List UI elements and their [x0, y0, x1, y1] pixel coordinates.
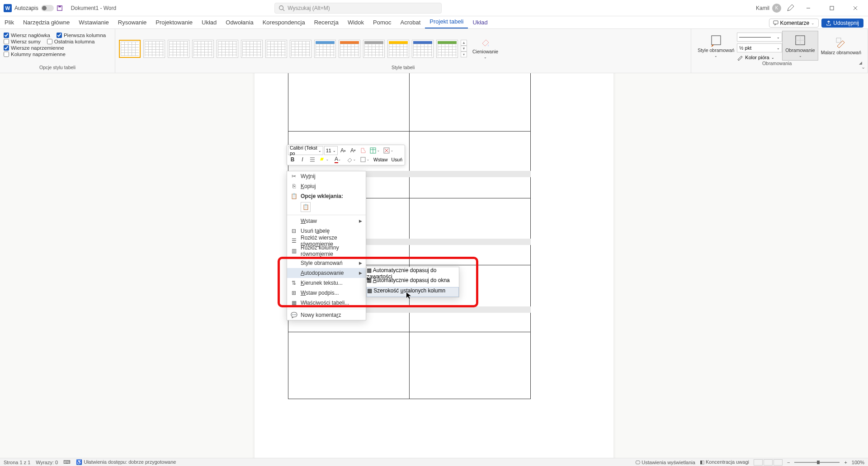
tab-recenzja[interactable]: Recenzja [310, 17, 343, 28]
banded-rows-checkbox[interactable]: Wiersze naprzemienne [4, 45, 64, 51]
user-account[interactable]: Kamil K [756, 4, 781, 13]
close-button[interactable] [846, 0, 864, 16]
font-color-button[interactable]: A⌄ [331, 155, 344, 164]
share-button[interactable]: Udostępnij [821, 19, 863, 28]
zoom-slider[interactable] [794, 462, 840, 463]
table-style-thumb[interactable] [387, 40, 409, 58]
border-painter-button[interactable]: Malarz obramowań [818, 31, 864, 61]
tab-projekt-tabeli[interactable]: Projekt tabeli [425, 16, 468, 28]
cm-distribute-cols[interactable]: ▥ Rozłóż kolumny równomiernie [287, 246, 366, 256]
bold-button[interactable]: B [288, 155, 297, 164]
first-column-checkbox[interactable]: Pierwsza kolumna [57, 33, 106, 38]
cm-border-styles[interactable]: Style obramowań ▶ [287, 258, 366, 268]
table-style-thumb[interactable] [241, 40, 263, 58]
table-style-thumb[interactable] [412, 40, 434, 58]
view-print-layout[interactable] [764, 459, 773, 466]
delete-mini-button[interactable]: Usuń [390, 157, 404, 162]
cm-autofit[interactable]: Autodopasowanie ▶ [287, 268, 366, 278]
header-row-checkbox[interactable]: Wiersz nagłówka [4, 33, 50, 38]
focus-mode-button[interactable]: ◧ Koncentracja uwagi [700, 459, 749, 465]
table-style-thumb[interactable] [217, 40, 238, 58]
view-web-layout[interactable] [774, 459, 783, 466]
status-page[interactable]: Strona 1 z 1 [4, 460, 30, 465]
insert-mini-button[interactable]: Wstaw [372, 157, 389, 162]
table-delete-icon[interactable]: ⌄ [382, 146, 395, 155]
scissors-icon: ✂ [291, 173, 297, 179]
gallery-scroll[interactable]: ▲▼▾ [461, 40, 467, 57]
autosave-toggle[interactable] [41, 5, 54, 11]
shading-button[interactable]: Cieniowanie ⌄ [470, 36, 501, 61]
tab-odwolania[interactable]: Odwołania [221, 17, 258, 28]
table-style-thumb[interactable] [363, 40, 385, 58]
decrease-font-icon[interactable]: A▾ [349, 146, 358, 155]
tab-korespondencja[interactable]: Korespondencja [258, 17, 310, 28]
status-words[interactable]: Wyrazy: 0 [36, 460, 58, 465]
table-style-thumb[interactable] [265, 40, 287, 58]
cm-copy[interactable]: ⎘ Kopiuj [287, 181, 366, 191]
total-row-checkbox[interactable]: Wiersz sumy [4, 39, 41, 44]
tab-pomoc[interactable]: Pomoc [368, 17, 396, 28]
cm-table-properties[interactable]: ▦ Właściwości tabeli... [287, 298, 366, 308]
borders-button[interactable]: Obramowanie ⌄ [782, 31, 818, 61]
tab-uklad-tabeli[interactable]: Układ [468, 17, 492, 28]
cm-paste-option[interactable]: 📋 [287, 201, 366, 214]
table-style-thumb[interactable] [192, 40, 214, 58]
tab-wstawianie[interactable]: Wstawianie [74, 17, 113, 28]
highlight-button[interactable]: ⌄ [318, 155, 330, 164]
zoom-in-button[interactable]: + [844, 460, 847, 465]
tab-rysowanie[interactable]: Rysowanie [113, 17, 151, 28]
editing-mode-icon[interactable] [787, 5, 794, 12]
maximize-button[interactable] [823, 0, 841, 16]
font-name-select[interactable]: Calibri (Tekst po⌄ [288, 146, 323, 155]
cm-text-direction[interactable]: ⇅ Kierunek tekstu... [287, 278, 366, 288]
font-size-select[interactable]: 11⌄ [324, 146, 338, 155]
shading-mini-button[interactable]: ⌄ [345, 155, 358, 164]
ribbon-collapse-button[interactable]: ⌄ [861, 64, 865, 70]
italic-button[interactable]: I [298, 155, 307, 164]
table-style-thumb[interactable] [436, 40, 458, 58]
comment-icon [773, 20, 778, 26]
banded-columns-checkbox[interactable]: Kolumny naprzemienne [4, 52, 66, 57]
status-accessibility[interactable]: ♿ Ułatwienia dostępu: dobrze przygotowan… [76, 459, 176, 465]
copy-icon: ⎘ [291, 183, 297, 189]
display-settings-button[interactable]: 🖵 Ustawienia wyświetlania [635, 460, 695, 465]
search-box[interactable]: Wyszukaj (Alt+M) [274, 3, 442, 14]
table-style-thumb[interactable] [339, 40, 360, 58]
align-button[interactable] [308, 155, 317, 164]
comments-button[interactable]: Komentarze ⌄ [769, 19, 819, 28]
tab-acrobat[interactable]: Acrobat [396, 17, 425, 28]
sm-fixed-column-width[interactable]: ▦ Szerokość ustalonych kolumn [367, 287, 459, 297]
border-styles-button[interactable]: Style obramowań ⌄ [695, 31, 737, 61]
table-style-thumb[interactable] [290, 40, 311, 58]
table-style-thumb[interactable] [314, 40, 336, 58]
zoom-out-button[interactable]: − [787, 460, 790, 465]
pen-color-button[interactable]: Kolor pióra⌄ [737, 54, 782, 61]
tab-plik[interactable]: Plik [0, 17, 19, 28]
border-line-style-select[interactable]: ⌄ [737, 33, 782, 42]
minimize-button[interactable] [799, 0, 817, 16]
cm-insert-caption[interactable]: ⊞ Wstaw podpis... [287, 288, 366, 298]
increase-font-icon[interactable]: A▴ [339, 146, 348, 155]
borders-mini-button[interactable]: ⌄ [359, 155, 371, 164]
document-area [0, 73, 868, 458]
cm-new-comment[interactable]: 💬 Nowy komentarz [287, 310, 366, 320]
format-painter-icon[interactable] [359, 146, 368, 155]
tab-narzedzia-glowne[interactable]: Narzędzia główne [19, 17, 74, 28]
tab-uklad[interactable]: Układ [197, 17, 221, 28]
tab-projektowanie[interactable]: Projektowanie [151, 17, 197, 28]
sm-autofit-contents[interactable]: ▦ Automatycznie dopasuj do zawartości [367, 267, 459, 277]
last-column-checkbox[interactable]: Ostatnia kolumna [47, 39, 95, 44]
table-style-thumb[interactable] [119, 40, 141, 58]
status-lang-icon[interactable]: ⌨ [63, 459, 71, 465]
table-insert-icon[interactable]: ⌄ [368, 146, 381, 155]
zoom-level[interactable]: 100% [852, 460, 864, 465]
cm-insert[interactable]: Wstaw ▶ [287, 216, 366, 226]
border-width-select[interactable]: ½ pkt⌄ [737, 43, 782, 52]
tab-widok[interactable]: Widok [343, 17, 368, 28]
view-read-mode[interactable] [754, 459, 763, 466]
cm-cut[interactable]: ✂ Wytnij [287, 171, 366, 181]
table-style-thumb[interactable] [143, 40, 165, 58]
sm-autofit-window[interactable]: ▦ Automatycznie dopasuj do okna [367, 277, 459, 287]
save-icon[interactable] [57, 5, 63, 11]
table-style-thumb[interactable] [168, 40, 189, 58]
